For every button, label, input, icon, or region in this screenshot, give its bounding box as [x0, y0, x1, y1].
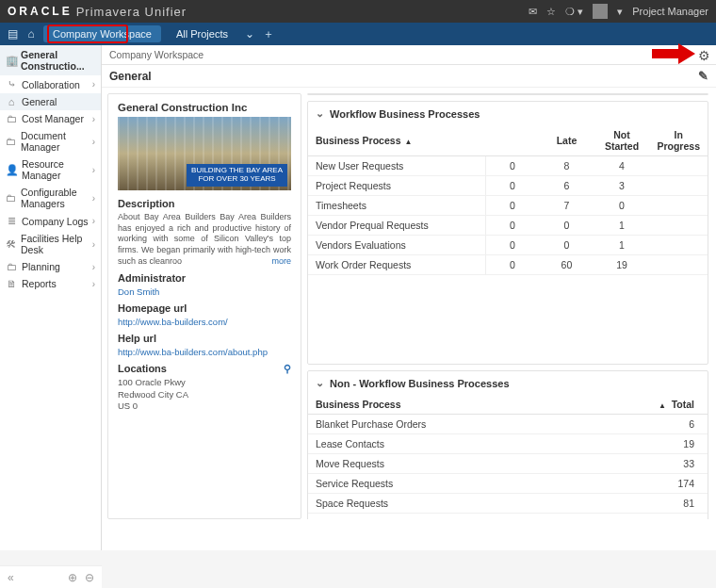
table-row[interactable]: Service Requests 174 [308, 474, 708, 494]
nonworkflow-title: Non - Workflow Business Processes [330, 378, 510, 389]
table-row[interactable]: Vendor Prequal Requests 0 0 1 [308, 216, 708, 236]
breadcrumb: Company Workspace ⚙ [102, 45, 716, 65]
cell-bp: Work Order Requests [308, 255, 485, 275]
table-row[interactable]: New User Requests 0 8 4 [308, 156, 708, 176]
table-row[interactable]: Vendors Evaluations 0 0 1 [308, 236, 708, 255]
sidebar-item-general[interactable]: ⌂General [0, 93, 101, 110]
sidebar-item-label: General [22, 96, 57, 107]
sidebar-item-collaboration[interactable]: ⤷Collaboration› [0, 75, 101, 93]
general-icon: ⌂ [6, 96, 17, 107]
table-row[interactable]: Move Requests 33 [308, 454, 708, 474]
sidebar-item-resource[interactable]: 👤Resource Manager› [0, 155, 101, 184]
col-late[interactable]: Late [539, 125, 594, 156]
star-icon[interactable]: ☆ [546, 6, 556, 18]
user-role[interactable]: Project Manager [632, 6, 708, 17]
plus-circle-icon[interactable]: ⊕ [68, 571, 77, 584]
sidebar-item-document[interactable]: 🗀Document Manager› [0, 127, 101, 155]
sidebar-item-label: Document Manager [21, 130, 92, 153]
cell-bp: Blanket Purchase Orders [308, 415, 627, 434]
location-pin-icon[interactable]: ⚲ [284, 363, 291, 375]
collab-icon: ⤷ [6, 78, 17, 90]
col-inprogress[interactable]: In Progress [649, 125, 708, 156]
col-total[interactable]: ▲ Total [627, 395, 708, 415]
tab-bar: ▤ ⌂ Company Workspace All Projects ⌄ ＋ [0, 23, 716, 45]
home-url[interactable]: http://www.ba-builders.com/ [118, 317, 291, 327]
help-url[interactable]: http://www.ba-builders.com/about.php [118, 347, 291, 357]
avatar-caret[interactable]: ▾ [617, 6, 623, 18]
sidebar-item-label: Cost Manager [22, 113, 84, 124]
kpi-row: Tasks 109Active Notifications 6Total [307, 93, 708, 95]
cell-late: 6 [539, 176, 594, 196]
sidebar-item-cost[interactable]: 🗀Cost Manager› [0, 110, 101, 127]
company-info-card: General Construction Inc BUILDING THE BA… [107, 93, 301, 519]
cell-ip [649, 216, 708, 236]
table-row[interactable]: Vendors 23 [308, 514, 708, 520]
brand-main: ORACLE [8, 5, 73, 18]
admin-name[interactable]: Don Smith [118, 286, 291, 297]
home-heading: Homepage url [118, 302, 291, 314]
cell-late: 60 [539, 255, 594, 275]
nonworkflow-panel-header[interactable]: ⌄ Non - Workflow Business Processes [308, 371, 708, 395]
folder-icon: 🗀 [6, 192, 16, 204]
table-row[interactable]: Work Order Requests 0 60 19 [308, 255, 708, 275]
minus-circle-icon[interactable]: ⊖ [85, 571, 94, 584]
table-row[interactable]: Project Requests 0 6 3 [308, 176, 708, 196]
table-row[interactable]: Space Requests 81 [308, 494, 708, 514]
global-header: ORACLE Primavera Unifier ✉ ☆ ❍ ▾ ▾ Proje… [0, 0, 716, 23]
cell-0: 0 [485, 216, 539, 236]
col-notstarted[interactable]: Not Started [594, 125, 650, 156]
hero-line2: FOR OVER 30 YEARS [191, 175, 283, 184]
chevron-right-icon: › [92, 165, 95, 175]
col-bp[interactable]: Business Process▲ [308, 125, 485, 156]
cell-late: 0 [539, 216, 594, 236]
sidebar-item-config[interactable]: 🗀Configurable Managers› [0, 184, 101, 212]
sidebar-item-planning[interactable]: 🗀Planning› [0, 258, 101, 275]
cell-bp: Vendors Evaluations [308, 236, 485, 255]
desc-heading: Description [118, 198, 291, 209]
col-0[interactable]: 0 [485, 125, 539, 156]
chevron-right-icon: › [92, 216, 95, 226]
folder-icon: 🗀 [6, 136, 16, 147]
cell-ip [649, 156, 708, 176]
sidebar-header[interactable]: 🏢 General Constructio... [0, 45, 101, 75]
help-icon[interactable]: ❍ ▾ [565, 6, 583, 18]
sidebar-item-reports[interactable]: 🗎Reports› [0, 275, 101, 292]
sidebar-item-label: Collaboration [22, 79, 80, 90]
admin-heading: Administrator [118, 272, 291, 284]
cell-bp: Project Requests [308, 176, 485, 196]
col-bp[interactable]: Business Process [308, 395, 627, 415]
home-icon[interactable]: ⌂ [24, 27, 38, 41]
dashboard-icon[interactable]: ▤ [6, 27, 19, 41]
table-row[interactable]: Lease Contacts 19 [308, 434, 708, 454]
caret-down-icon[interactable]: ⌄ [316, 377, 324, 389]
more-link[interactable]: more [271, 256, 291, 268]
announce-icon[interactable]: ✉ [529, 6, 537, 18]
gear-icon[interactable]: ⚙ [698, 48, 710, 63]
sort-asc-icon: ▲ [404, 138, 412, 146]
tab-all-projects[interactable]: All Projects [167, 25, 237, 42]
page-title: General [109, 70, 152, 83]
annotation-arrow [652, 43, 695, 64]
cell-bp: Service Requests [308, 474, 627, 494]
tab-chevron-icon[interactable]: ⌄ [243, 27, 256, 41]
cell-bp: Move Requests [308, 454, 627, 474]
cell-bp: Vendor Prequal Requests [308, 216, 485, 236]
table-row[interactable]: Timesheets 0 7 0 [308, 196, 708, 216]
collapse-icon[interactable]: « [8, 571, 14, 584]
sidebar-item-logs[interactable]: ≣Company Logs› [0, 212, 101, 230]
hero-badge: BUILDING THE BAY AREA FOR OVER 30 YEARS [187, 164, 287, 187]
avatar[interactable] [593, 4, 608, 19]
workflow-panel-header[interactable]: ⌄ Workflow Business Processes [308, 102, 708, 125]
edit-icon[interactable]: ✎ [698, 69, 708, 83]
add-tab-icon[interactable]: ＋ [262, 26, 275, 42]
table-row[interactable]: Blanket Purchase Orders 6 [308, 415, 708, 434]
cell-bp: Space Requests [308, 494, 627, 514]
cell-total: 81 [627, 494, 708, 514]
cell-total: 6 [627, 415, 708, 434]
caret-down-icon[interactable]: ⌄ [316, 107, 324, 120]
sidebar-item-facilities[interactable]: 🛠Facilities Help Desk› [0, 230, 101, 258]
tab-company-workspace[interactable]: Company Workspace [43, 25, 161, 42]
cell-ns: 3 [594, 176, 650, 196]
bell-icon [508, 93, 542, 95]
cell-0: 0 [485, 156, 539, 176]
